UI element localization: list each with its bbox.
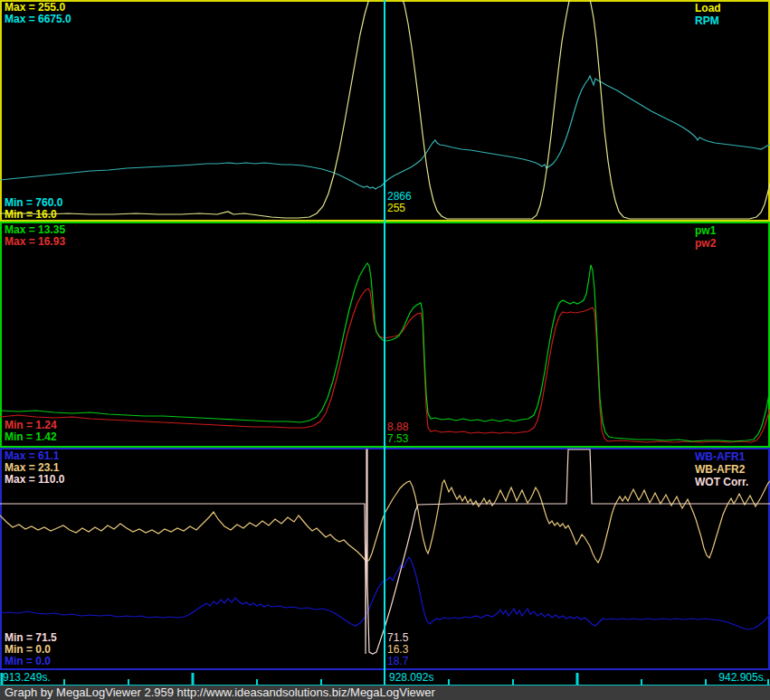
axis-start-time-label: 913.249s. [3,671,51,684]
pw2-max-label: Max = 16.93 [5,236,65,248]
panel1-cursor-values: 2866 255 [387,191,412,214]
panel2-max-labels: Max = 13.35 Max = 16.93 [5,224,65,248]
axis-end-time-label: 942.905s. [718,671,766,684]
afr1-min-label: Min = 0.0 [5,656,57,667]
pw1-cursor-value: 7.53 [387,433,408,445]
panel1-max-labels: Max = 255.0 Max = 6675.0 [5,2,71,25]
panel2-legend: pw1 pw2 [695,224,716,250]
major-tick-marks [2,673,577,685]
pw1-min-label: Min = 1.42 [5,431,57,443]
panel2-cursor-values: 8.88 7.53 [387,421,408,445]
legend-load: Load [695,2,721,14]
afr1-cursor-value: 18.7 [387,656,408,667]
panel1-legend: Load RPM [695,2,721,27]
axis-cursor-time-label: 928.092s [389,671,433,684]
load-cursor-value: 255 [387,203,412,214]
panel2-min-labels: Min = 1.24 Min = 1.42 [5,420,57,443]
panel3-max-labels: Max = 61.1 Max = 23.1 Max = 110.0 [5,450,64,486]
rpm-max-label: Max = 6675.0 [5,14,71,25]
legend-pw2: pw2 [695,237,716,250]
legend-wb-afr1: WB-AFR1 [695,450,748,463]
wot-max-label: Max = 110.0 [5,474,64,486]
time-cursor-line[interactable] [384,0,385,685]
load-min-label: Min = 16.0 [5,209,62,221]
megalogviewer-graph-window: Max = 255.0 Max = 6675.0 Min = 760.0 Min… [0,0,770,700]
panel1-min-labels: Min = 760.0 Min = 16.0 [5,197,62,221]
panel3-legend: WB-AFR1 WB-AFR2 WOT Corr. [695,450,748,488]
legend-pw1: pw1 [695,224,716,237]
legend-wb-afr2: WB-AFR2 [695,463,748,476]
panel3-cursor-values: 71.5 16.3 18.7 [387,632,408,667]
status-bar: Graph by MegaLogViewer 2.959 http://www.… [0,685,770,700]
panel3-min-labels: Min = 71.5 Min = 0.0 Min = 0.0 [5,632,57,667]
legend-rpm: RPM [695,14,721,27]
status-bar-text: Graph by MegaLogViewer 2.959 http://www.… [5,686,435,699]
legend-wot-corr: WOT Corr. [695,476,748,488]
